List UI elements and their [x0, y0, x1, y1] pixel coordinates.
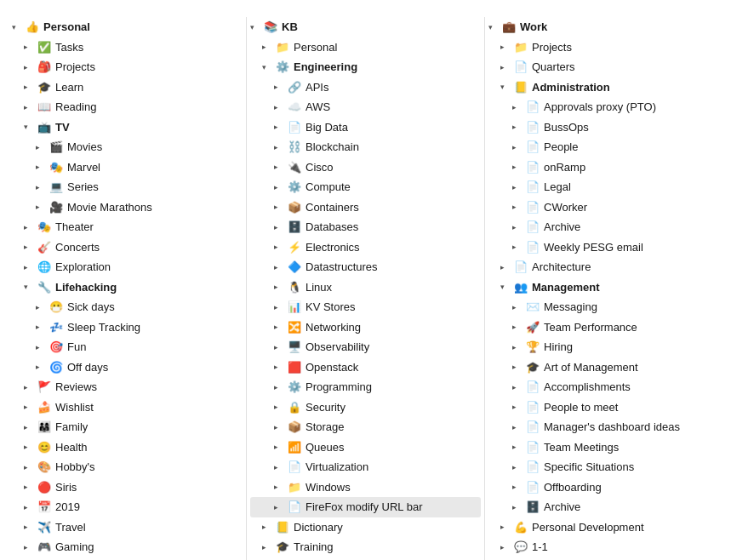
tree-item-electronics[interactable]: ⚡Electronics: [250, 237, 481, 258]
tree-item-off-days[interactable]: 🌀Off days: [12, 357, 243, 378]
arrow-sick-days: [36, 303, 48, 311]
tree-item-siris[interactable]: 🔴Siris: [12, 477, 243, 498]
tree-item-aws[interactable]: ☁️AWS: [250, 97, 481, 117]
tree-item-sleep-tracking[interactable]: 💤Sleep Tracking: [12, 317, 243, 338]
arrow-cworker: [512, 203, 524, 211]
tree-item-administration[interactable]: 📒Administration: [488, 77, 719, 98]
tree-item-onramp[interactable]: 📄onRamp: [488, 157, 719, 178]
tree-item-hobbys[interactable]: 🎨Hobby's: [12, 457, 243, 477]
tree-item-team-performance[interactable]: 🚀Team Performance: [488, 317, 719, 338]
tree-item-concerts[interactable]: 🎸Concerts: [12, 237, 243, 258]
tree-item-people-to-meet[interactable]: 📄People to meet: [488, 397, 719, 418]
tree-item-windows[interactable]: 📁Windows: [250, 477, 481, 498]
tree-item-tv[interactable]: 📺TV: [12, 117, 243, 138]
tree-item-theater[interactable]: 🎭Theater: [12, 217, 243, 237]
tree-item-personal-development[interactable]: 💪Personal Development: [488, 517, 719, 538]
tree-item-dictionary[interactable]: 📒Dictionary: [250, 517, 481, 538]
tree-item-training[interactable]: 🎓Training: [250, 537, 481, 557]
tree-item-cworker[interactable]: 📄CWorker: [488, 197, 719, 218]
tree-item-travel[interactable]: ✈️Travel: [12, 517, 243, 538]
tree-item-art-of-management[interactable]: 🎓Art of Management: [488, 357, 719, 378]
tree-item-personal-root[interactable]: 👍Personal: [12, 17, 243, 37]
tree-item-movie-marathons[interactable]: 🎥Movie Marathons: [12, 197, 243, 218]
tree-item-engineering[interactable]: ⚙️Engineering: [250, 57, 481, 77]
label-cisco: Cisco: [306, 159, 334, 176]
tree-item-management[interactable]: 👥Management: [488, 277, 719, 298]
tree-item-reviews[interactable]: 🚩Reviews: [12, 377, 243, 397]
tree-item-storage[interactable]: 📦Storage: [250, 417, 481, 437]
tree-item-marvel[interactable]: 🎭Marvel: [12, 157, 243, 178]
icon-off-days: 🌀: [49, 361, 64, 374]
tree-item-team-meetings[interactable]: 📄Team Meetings: [488, 437, 719, 458]
arrow-sleep-tracking: [36, 323, 48, 331]
tree-item-exploration[interactable]: 🌐Exploration: [12, 257, 243, 277]
tree-item-one-on-one[interactable]: 💬1-1: [488, 537, 719, 557]
tree-item-datastructures[interactable]: 🔷Datastructures: [250, 257, 481, 277]
tree-item-queues[interactable]: 📶Queues: [250, 437, 481, 458]
tree-item-kb-root[interactable]: 📚KB: [250, 17, 481, 37]
tree-item-quarters[interactable]: 📄Quarters: [488, 57, 719, 77]
tree-item-todo[interactable]: 📄Todo: [12, 557, 243, 561]
tree-item-tasks[interactable]: ✅Tasks: [12, 37, 243, 58]
tree-item-archive-work[interactable]: 🗄️Archive: [488, 557, 719, 561]
tree-item-linux[interactable]: 🐧Linux: [250, 277, 481, 298]
label-programming: Programming: [306, 379, 372, 396]
tree-item-architecture[interactable]: 📄Architecture: [488, 257, 719, 277]
tree-item-firefox[interactable]: 📄FireFox modify URL bar: [250, 497, 481, 517]
tree-item-virtualization[interactable]: 📄Virtualization: [250, 457, 481, 477]
tree-item-projects[interactable]: 🎒Projects: [12, 57, 243, 77]
tree-item-lifehacking[interactable]: 🔧Lifehacking: [12, 277, 243, 298]
icon-theater: 🎭: [37, 220, 52, 233]
tree-item-archive-mgmt[interactable]: 🗄️Archive: [488, 497, 719, 517]
tree-item-movies[interactable]: 🎬Movies: [12, 137, 243, 157]
tree-item-blockchain[interactable]: ⛓️Blockchain: [250, 137, 481, 157]
tree-item-hiring[interactable]: 🏆Hiring: [488, 337, 719, 357]
arrow-bussops: [512, 123, 524, 131]
tree-item-wishlist[interactable]: 🍰Wishlist: [12, 397, 243, 418]
label-engineering: Engineering: [294, 59, 357, 76]
tree-item-health[interactable]: 😊Health: [12, 437, 243, 458]
tree-item-series[interactable]: 💻Series: [12, 177, 243, 197]
tree-item-observability[interactable]: 🖥️Observability: [250, 337, 481, 357]
label-compute: Compute: [306, 179, 351, 196]
tree-item-fun[interactable]: 🎯Fun: [12, 337, 243, 357]
tree-item-accomplishments[interactable]: 📄Accomplishments: [488, 377, 719, 397]
tree-item-offboarding[interactable]: 📄Offboarding: [488, 477, 719, 498]
tree-item-managers-dashboard[interactable]: 📄Manager's dashboard ideas: [488, 417, 719, 437]
tree-item-apis[interactable]: 🔗APIs: [250, 77, 481, 98]
label-travel: Travel: [55, 519, 86, 536]
tree-item-legal[interactable]: 📄Legal: [488, 177, 719, 197]
tree-item-family[interactable]: 👨‍👩‍👧Family: [12, 417, 243, 437]
label-reviews: Reviews: [55, 379, 97, 396]
tree-item-databases[interactable]: 🗄️Databases: [250, 217, 481, 237]
tree-item-learn[interactable]: 🎓Learn: [12, 77, 243, 98]
icon-personal-kb: 📁: [275, 41, 290, 54]
tree-item-cisco[interactable]: 🔌Cisco: [250, 157, 481, 178]
tree-item-kv-stores[interactable]: 📊KV Stores: [250, 297, 481, 317]
tree-item-work-root[interactable]: 💼Work: [488, 17, 719, 37]
tree-item-reading[interactable]: 📖Reading: [12, 97, 243, 117]
tree-item-gaming[interactable]: 🎮Gaming: [12, 537, 243, 557]
tree-item-security[interactable]: 🔒Security: [250, 397, 481, 418]
tree-item-big-data[interactable]: 📄Big Data: [250, 117, 481, 138]
tree-item-archive-admin[interactable]: 📄Archive: [488, 217, 719, 237]
arrow-tv: [24, 123, 36, 131]
tree-item-projects-work[interactable]: 📁Projects: [488, 37, 719, 58]
tree-item-personal-kb[interactable]: 📁Personal: [250, 37, 481, 58]
tree-item-openstack[interactable]: 🟥Openstack: [250, 357, 481, 378]
tree-item-networking[interactable]: 🔀Networking: [250, 317, 481, 338]
tree-item-compute[interactable]: ⚙️Compute: [250, 177, 481, 197]
arrow-personal-root: [12, 23, 24, 31]
tree-item-messaging[interactable]: ✉️Messaging: [488, 297, 719, 317]
label-linux: Linux: [306, 279, 332, 296]
tree-item-people[interactable]: 📄People: [488, 137, 719, 157]
tree-item-bussops[interactable]: 📄BussOps: [488, 117, 719, 138]
icon-apis: 🔗: [287, 81, 302, 94]
tree-item-approvals-proxy[interactable]: 📄Approvals proxy (PTO): [488, 97, 719, 117]
tree-item-sick-days[interactable]: 😷Sick days: [12, 297, 243, 317]
tree-item-weekly-pesg[interactable]: 📄Weekly PESG email: [488, 237, 719, 258]
tree-item-programming[interactable]: ⚙️Programming: [250, 377, 481, 397]
tree-item-specific-situations[interactable]: 📄Specific Situations: [488, 457, 719, 477]
tree-item-2019[interactable]: 📅2019: [12, 497, 243, 517]
tree-item-containers[interactable]: 📦Containers: [250, 197, 481, 218]
